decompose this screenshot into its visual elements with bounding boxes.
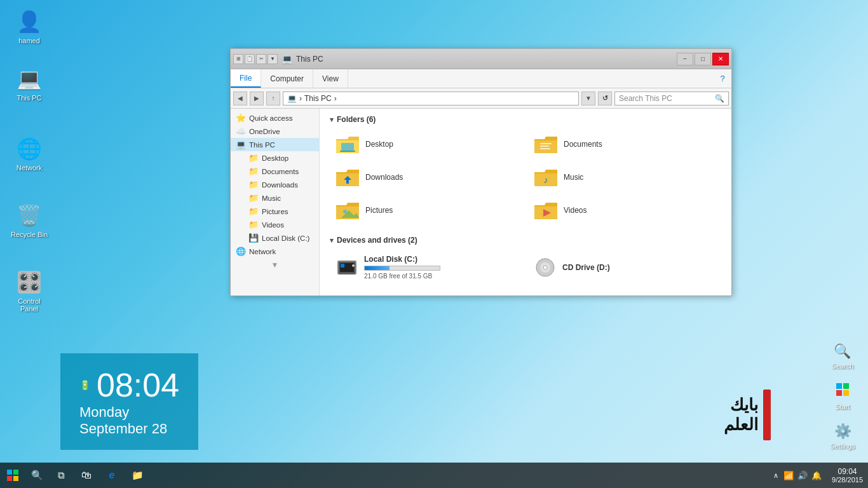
store-button[interactable]: 🛍	[74, 463, 99, 488]
address-path[interactable]: 💻 › This PC ›	[283, 92, 579, 105]
sidebar-item-music[interactable]: 📁 Music	[231, 191, 319, 205]
start-button[interactable]	[0, 463, 25, 488]
battery-icon: 🔋	[79, 380, 90, 390]
this-pc-label: This PC	[17, 94, 41, 102]
right-panel-search[interactable]: 🔍 Search	[832, 343, 854, 370]
systray-up-arrow[interactable]: ∧	[773, 471, 778, 480]
sidebar-item-desktop[interactable]: 📁 Desktop	[231, 151, 319, 165]
folder-item-desktop[interactable]: Desktop	[330, 130, 523, 158]
title-bar-icon-3[interactable]: ✂	[256, 54, 266, 64]
title-bar-icon-4[interactable]: ▼	[268, 54, 278, 64]
ribbon: File Computer View ?	[231, 69, 731, 88]
ribbon-help-button[interactable]: ?	[714, 69, 731, 88]
downloads-folder-icon	[335, 167, 360, 187]
edge-button[interactable]: e	[99, 463, 125, 488]
svg-rect-3	[540, 146, 549, 147]
folder-item-downloads[interactable]: Downloads	[330, 163, 523, 191]
clock-day: Monday	[79, 404, 179, 421]
sidebar-item-this-pc[interactable]: 💻 This PC	[231, 138, 319, 151]
pictures-sidebar-icon: 📁	[248, 207, 259, 216]
path-icon: 💻	[287, 94, 297, 103]
svg-rect-23	[7, 470, 12, 475]
folder-item-documents[interactable]: Documents	[528, 130, 721, 158]
explorer-taskbar-button[interactable]: 📁	[125, 463, 150, 488]
address-bar: ◀ ▶ ↑ 💻 › This PC › ▼ ↺ Search This PC 🔍	[231, 88, 731, 109]
svg-rect-26	[13, 476, 18, 481]
folder-item-music[interactable]: ♪ Music	[528, 163, 721, 191]
clock-date: September 28	[79, 421, 179, 437]
svg-point-18	[543, 266, 547, 269]
ribbon-tab-computer[interactable]: Computer	[261, 69, 313, 88]
path-separator: ›	[299, 94, 302, 103]
close-button[interactable]: ✕	[712, 53, 729, 65]
folder-item-pictures[interactable]: Pictures	[330, 196, 523, 224]
hamed-label: hamed	[18, 37, 40, 44]
systray-notification-icon[interactable]: 🔔	[811, 471, 822, 480]
maximize-button[interactable]: □	[695, 53, 711, 65]
sidebar-item-label: Music	[262, 194, 281, 202]
videos-folder-icon	[533, 200, 559, 220]
sidebar-item-videos[interactable]: 📁 Videos	[231, 218, 319, 231]
systray-volume-icon[interactable]: 🔊	[797, 471, 808, 480]
explorer-taskbar-icon: 📁	[132, 470, 144, 481]
onedrive-icon: ☁️	[236, 126, 246, 136]
ribbon-tab-view[interactable]: View	[313, 69, 348, 88]
sidebar-item-label: Documents	[262, 168, 299, 175]
desktop-icon-this-pc[interactable]: 💻 This PC	[6, 64, 52, 104]
explorer-window-title: This PC	[296, 55, 323, 64]
clock-time-value: 08:04	[97, 366, 179, 404]
right-panel-settings[interactable]: ⚙️ Settings	[830, 423, 855, 450]
explorer-window: ⊞ 📋 ✂ ▼ 💻 This PC − □ ✕ File Computer Vi…	[230, 48, 732, 296]
ribbon-tab-file[interactable]: File	[231, 69, 261, 88]
desktop-icon-hamed[interactable]: 👤 hamed	[6, 6, 52, 47]
documents-sidebar-icon: 📁	[248, 166, 259, 176]
recycle-bin-icon: 🗑️	[17, 203, 42, 228]
cd-drive-icon	[533, 255, 557, 280]
sidebar-item-label: Desktop	[262, 154, 288, 162]
sidebar-item-quick-access[interactable]: ⭐ Quick access	[231, 111, 319, 125]
main-area: ⭐ Quick access ☁️ OneDrive 💻 This PC 📁 D…	[231, 109, 731, 295]
clock-time: 🔋 08:04	[79, 366, 179, 404]
svg-point-14	[352, 264, 355, 267]
network-icon: 🌐	[17, 136, 42, 161]
local-disk-icon	[335, 255, 359, 280]
up-button[interactable]: ↑	[266, 92, 280, 105]
task-view-button[interactable]: ⧉	[48, 463, 74, 488]
search-box[interactable]: Search This PC 🔍	[614, 92, 729, 105]
taskbar-clock[interactable]: 09:04 9/28/2015	[827, 467, 868, 484]
refresh-button[interactable]: ↺	[598, 92, 612, 105]
sidebar-item-label: Downloads	[262, 181, 298, 189]
hamed-icon: 👤	[17, 9, 42, 34]
sidebar-item-documents[interactable]: 📁 Documents	[231, 165, 319, 178]
drive-item-d[interactable]: CD Drive (D:)	[528, 251, 721, 283]
svg-rect-13	[341, 264, 344, 268]
sidebar-item-network[interactable]: 🌐 Network	[231, 245, 319, 258]
svg-rect-19	[836, 383, 842, 389]
forward-button[interactable]: ▶	[250, 92, 264, 105]
right-panel-start[interactable]: Start	[835, 383, 850, 410]
folders-section-header: Folders (6)	[330, 115, 721, 124]
desktop-icon-recycle-bin[interactable]: 🗑️ Recycle Bin	[6, 200, 52, 241]
back-button[interactable]: ◀	[233, 92, 247, 105]
drive-item-c[interactable]: Local Disk (C:) 21.0 GB free of 31.5 GB	[330, 251, 523, 283]
systray-network-icon[interactable]: 📶	[783, 471, 794, 480]
dropdown-button[interactable]: ▼	[581, 92, 595, 105]
svg-rect-4	[540, 148, 550, 149]
sidebar-item-label: Pictures	[262, 208, 288, 215]
this-pc-icon: 💻	[17, 66, 42, 92]
videos-folder-name: Videos	[564, 206, 587, 215]
sidebar-item-pictures[interactable]: 📁 Pictures	[231, 205, 319, 218]
title-bar-icon-1[interactable]: ⊞	[233, 54, 243, 64]
desktop-icon-control-panel[interactable]: 🎛️ Control Panel	[6, 267, 52, 315]
sidebar-item-local-disk[interactable]: 💾 Local Disk (C:)	[231, 231, 319, 245]
sidebar-item-downloads[interactable]: 📁 Downloads	[231, 178, 319, 191]
title-bar-icon-2[interactable]: 📋	[245, 54, 255, 64]
folder-item-videos[interactable]: Videos	[528, 196, 721, 224]
svg-rect-1	[340, 151, 355, 152]
minimize-button[interactable]: −	[677, 53, 693, 65]
sidebar-item-onedrive[interactable]: ☁️ OneDrive	[231, 125, 319, 138]
svg-rect-21	[836, 390, 842, 396]
search-button[interactable]: 🔍	[25, 463, 48, 488]
right-start-label: Start	[835, 403, 850, 410]
desktop-icon-network[interactable]: 🌐 Network	[6, 133, 52, 174]
